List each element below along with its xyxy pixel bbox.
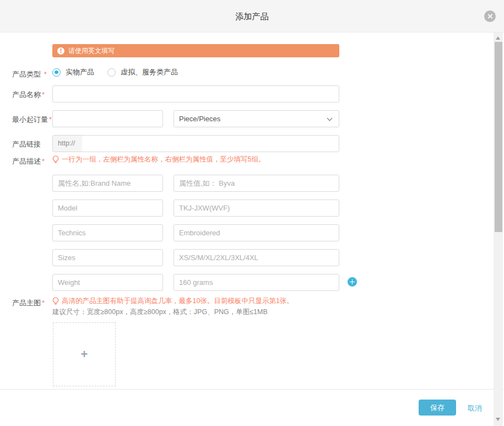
cancel-button[interactable]: 取消 [468,403,482,413]
radio-virtual-product[interactable]: 虚拟、服务类产品 [107,67,178,77]
product-name-label: 产品名称* [12,90,45,100]
product-image-size-hint: 建议尺寸：宽度≥800px，高度≥800px，格式：JPG、PNG，单图≤1MB [52,308,268,317]
vertical-scrollbar[interactable] [494,33,503,426]
add-attribute-row-button[interactable] [348,277,357,287]
attr-name-input-3[interactable] [52,224,163,241]
save-button[interactable]: 保存 [419,400,456,416]
moq-unit-select[interactable]: Piece/Pieces [174,110,339,127]
attr-value-input-3[interactable] [174,224,339,241]
attr-value-input-1[interactable] [174,175,339,192]
scrollbar-thumb[interactable] [495,42,502,232]
radio-label: 实物产品 [66,67,94,77]
modal-header: 添加产品 [0,0,504,33]
attr-name-input-4[interactable] [52,249,163,266]
footer-divider [0,389,504,390]
close-icon[interactable] [484,10,496,22]
attr-value-input-5[interactable] [174,274,339,291]
product-desc-hint: 一行为一组，左侧栏为属性名称，右侧栏为属性值，至少填写5组。 [52,155,265,164]
moq-input[interactable] [52,110,163,127]
moq-label: 最小起订量* [12,115,52,125]
product-link-label: 产品链接 [12,139,41,149]
radio-physical-product[interactable]: 实物产品 [52,67,94,77]
chevron-down-icon [327,116,333,121]
attr-value-input-2[interactable] [174,199,339,217]
radio-selected-icon [52,68,61,77]
lightbulb-icon [52,155,59,164]
scrollbar-down-arrow-icon[interactable] [496,418,500,421]
image-upload-box[interactable]: + [53,322,116,386]
radio-label: 虚拟、服务类产品 [121,67,178,77]
info-icon: ! [57,47,64,55]
product-image-label: 产品主图* [12,298,45,308]
product-link-input[interactable] [82,136,339,152]
product-type-radio-group: 实物产品 虚拟、服务类产品 [52,67,178,77]
product-type-label: 产品类型 * [12,69,47,79]
product-desc-label: 产品描述* [12,157,45,166]
attr-name-input-5[interactable] [52,274,163,291]
banner-text: 请使用英文填写 [68,46,115,56]
product-image-hint: 高清的产品主图有助于提高询盘几率，最多10张。目前模板中只显示第1张。 [52,296,294,306]
english-notice-banner: ! 请使用英文填写 [52,44,339,57]
scrollbar-up-arrow-icon[interactable] [496,36,500,40]
modal-title: 添加产品 [0,12,504,22]
attr-name-input-2[interactable] [52,199,163,217]
lightbulb-icon [52,297,59,305]
radio-unselected-icon [107,68,116,77]
product-link-field: http:// [52,135,339,152]
upload-plus-icon: + [81,348,88,360]
attr-value-input-4[interactable] [174,249,339,266]
http-prefix: http:// [53,136,82,152]
attr-name-input-1[interactable] [52,175,163,192]
moq-unit-value: Piece/Pieces [179,115,220,123]
product-name-input[interactable] [52,85,339,103]
